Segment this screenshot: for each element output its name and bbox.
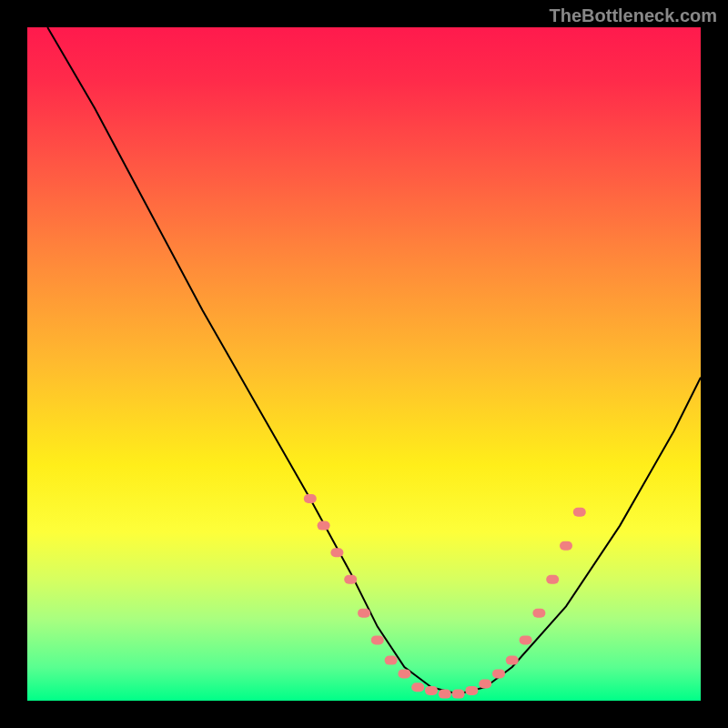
curve-marker xyxy=(371,635,384,644)
curve-marker xyxy=(439,690,451,699)
curve-marker xyxy=(520,635,532,644)
curve-marker xyxy=(532,609,545,618)
curve-marker xyxy=(411,682,424,692)
curve-marker xyxy=(330,548,343,557)
curve-marker xyxy=(385,656,398,665)
curve-marker xyxy=(546,575,559,584)
curve-markers xyxy=(304,494,586,699)
curve-marker xyxy=(479,680,491,689)
watermark-text: TheBottleneck.com xyxy=(550,5,717,26)
curve-marker xyxy=(465,686,478,695)
chart-container: TheBottleneck.com xyxy=(0,0,728,728)
curve-marker xyxy=(358,609,370,618)
curve-marker xyxy=(492,669,505,678)
curve-marker xyxy=(573,508,586,517)
curve-marker xyxy=(344,575,357,584)
curve-marker xyxy=(318,521,330,531)
curve-marker xyxy=(452,690,465,699)
curve-marker xyxy=(506,656,519,665)
curve-svg xyxy=(27,27,701,701)
curve-marker xyxy=(560,541,572,551)
curve-marker xyxy=(304,494,317,503)
curve-marker xyxy=(425,686,438,695)
bottleneck-curve xyxy=(47,27,701,694)
curve-marker xyxy=(398,669,410,678)
plot-area xyxy=(27,27,701,701)
